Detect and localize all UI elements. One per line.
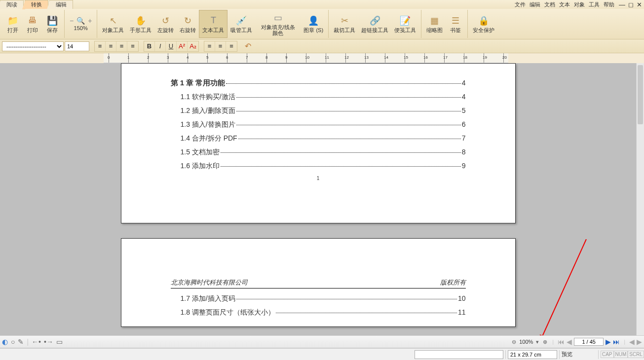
zoom-in-btn[interactable]: ⊕ bbox=[542, 339, 548, 345]
rotate-left-icon: ↺ bbox=[160, 15, 172, 27]
rotate-right-button[interactable]: ↻右旋转 bbox=[177, 10, 199, 38]
print-icon: 🖶 bbox=[27, 15, 38, 27]
document-viewport[interactable]: 第 1 章 常用功能4 1.1 软件购买/激活41.2 插入/删除页面51.3 … bbox=[0, 63, 636, 335]
align-left-button[interactable]: ≡ bbox=[95, 41, 106, 51]
note-icon: 📝 bbox=[399, 15, 411, 27]
folder-icon: 📁 bbox=[7, 15, 19, 27]
next-page-button[interactable]: ▶ bbox=[606, 338, 611, 346]
menu-edit[interactable]: 编辑 bbox=[530, 1, 540, 8]
page-input[interactable] bbox=[574, 338, 604, 346]
crop-icon: ✂ bbox=[339, 15, 350, 27]
menu-file[interactable]: 文件 bbox=[515, 1, 526, 8]
crop-button[interactable]: ✂裁切工具 bbox=[331, 10, 358, 38]
cursor-icon: ↖ bbox=[107, 15, 119, 27]
align-justify-button[interactable]: ≡ bbox=[127, 41, 138, 51]
toc-item[interactable]: 1.2 插入/删除页面5 bbox=[171, 107, 466, 115]
tab-edit[interactable]: 编辑 bbox=[49, 0, 73, 9]
bold-button[interactable]: B bbox=[144, 41, 155, 51]
zoom-control[interactable]: −🔍+ 150% bbox=[67, 10, 95, 38]
page-1[interactable]: 第 1 章 常用功能4 1.1 软件购买/激活41.2 插入/删除页面51.3 … bbox=[121, 63, 516, 223]
eyedropper-tool-icon[interactable]: ◐ bbox=[2, 338, 8, 346]
font-family-select[interactable]: ---------------------- bbox=[2, 41, 64, 51]
ruler: 01234567891011121314151617181920 bbox=[104, 53, 508, 63]
preview-label[interactable]: 预览 bbox=[562, 351, 596, 358]
thumbnail-icon: ▦ bbox=[429, 15, 441, 27]
arrow-right-icon[interactable]: •→ bbox=[44, 338, 53, 346]
footer-copyright: 版权所有 bbox=[440, 278, 466, 287]
crop-rect-icon[interactable]: ▭ bbox=[56, 338, 63, 346]
toc-item[interactable]: 1.7 添加/插入页码10 bbox=[171, 294, 466, 303]
italic-button[interactable]: I bbox=[155, 41, 166, 51]
note-button[interactable]: 📝便笺工具 bbox=[391, 10, 419, 38]
pipette-button[interactable]: 💉吸管工具 bbox=[227, 10, 255, 38]
zoom-out-icon[interactable]: − bbox=[70, 17, 74, 25]
security-button[interactable]: 🔒安全保护 bbox=[470, 10, 497, 38]
underline-button[interactable]: U bbox=[166, 41, 177, 51]
text-tool-button[interactable]: T文本工具 bbox=[199, 10, 227, 38]
menu-text[interactable]: 文本 bbox=[559, 1, 570, 8]
print-button[interactable]: 🖶打印 bbox=[23, 10, 42, 38]
toc-item[interactable]: 1.5 文档加密8 bbox=[171, 148, 466, 157]
history-back-button[interactable]: ◀ bbox=[629, 338, 635, 346]
zoom-out-btn[interactable]: ⊖ bbox=[511, 339, 517, 345]
bookmark-button[interactable]: ☰书签 bbox=[446, 10, 465, 38]
link-icon: 🔗 bbox=[369, 15, 381, 27]
arrow-left-icon[interactable]: ←• bbox=[32, 338, 41, 346]
toc-item[interactable]: 1.6 添加水印9 bbox=[171, 162, 466, 171]
ellipse-tool-icon[interactable]: ○ bbox=[11, 338, 15, 346]
zoom-dropdown-icon[interactable]: ▾ bbox=[535, 339, 540, 345]
stamp-icon: 👤 bbox=[307, 15, 319, 27]
open-button[interactable]: 📁打开 bbox=[3, 10, 23, 38]
page-2[interactable]: 北京海腾时代科技有限公司版权所有 1.7 添加/插入页码101.8 调整页面尺寸… bbox=[121, 238, 516, 327]
first-page-button[interactable]: ⏮ bbox=[558, 338, 565, 346]
save-icon: 💾 bbox=[46, 15, 58, 27]
tab-convert[interactable]: 转换 bbox=[25, 0, 48, 9]
text-icon: T bbox=[207, 15, 219, 27]
toc-title: 第 1 章 常用功能 bbox=[171, 78, 226, 88]
link-button[interactable]: 🔗超链接工具 bbox=[358, 10, 391, 38]
hand-tool-button[interactable]: ✋手形工具 bbox=[127, 10, 154, 38]
tab-read[interactable]: 阅读 bbox=[0, 0, 24, 9]
fill-color-button[interactable]: ▭对象填充/线条颜色 bbox=[255, 10, 301, 38]
magnifier-icon: 🔍 bbox=[76, 17, 85, 25]
zoom-level[interactable]: 100% bbox=[519, 339, 533, 345]
status-field-1[interactable] bbox=[415, 350, 503, 359]
thumbnail-button[interactable]: ▦缩略图 bbox=[423, 10, 446, 38]
menu-tools[interactable]: 工具 bbox=[589, 1, 600, 8]
minimize-button[interactable]: — bbox=[619, 1, 625, 8]
zoom-in-icon[interactable]: + bbox=[88, 17, 92, 25]
page-dimensions bbox=[508, 350, 557, 359]
fill-icon: ▭ bbox=[272, 12, 284, 24]
object-tool-button[interactable]: ↖对象工具 bbox=[99, 10, 127, 38]
hand-icon: ✋ bbox=[135, 15, 147, 27]
menu-help[interactable]: 帮助 bbox=[604, 1, 614, 8]
toc-item[interactable]: 1.4 合并/拆分 PDF7 bbox=[171, 134, 466, 143]
rotate-left-button[interactable]: ↺左旋转 bbox=[154, 10, 177, 38]
undo-button[interactable]: ↶ bbox=[242, 41, 253, 51]
align-center-button[interactable]: ≡ bbox=[106, 41, 116, 51]
menu-object[interactable]: 对象 bbox=[574, 1, 585, 8]
toc-item[interactable]: 1.1 软件购买/激活4 bbox=[171, 93, 466, 102]
lock-icon: 🔒 bbox=[478, 15, 490, 27]
superscript-button[interactable]: A² bbox=[177, 41, 188, 51]
last-page-button[interactable]: ⏭ bbox=[613, 338, 620, 346]
close-button[interactable]: ✕ bbox=[637, 1, 642, 8]
rotate-right-icon: ↻ bbox=[182, 15, 194, 27]
align-right-button[interactable]: ≡ bbox=[116, 41, 127, 51]
pen-tool-icon[interactable]: ✎ bbox=[18, 338, 24, 346]
stamp-button[interactable]: 👤图章 (S) bbox=[301, 10, 326, 38]
toc-item[interactable]: 1.3 插入/替换图片6 bbox=[171, 120, 466, 129]
maximize-button[interactable]: ◻ bbox=[628, 1, 634, 8]
menu-doc[interactable]: 文档 bbox=[544, 1, 555, 8]
prev-page-button[interactable]: ◀ bbox=[567, 338, 572, 346]
subscript-button[interactable]: A₂ bbox=[188, 41, 198, 51]
toc-item[interactable]: 1.8 调整页面尺寸（纸张大小）11 bbox=[171, 308, 466, 317]
list-bullet-button[interactable]: ≡ bbox=[204, 41, 215, 51]
vertical-scrollbar[interactable] bbox=[636, 63, 644, 335]
history-forward-button[interactable]: ▶ bbox=[637, 338, 642, 346]
font-size-input[interactable] bbox=[65, 41, 89, 51]
page-number: 1 bbox=[171, 176, 466, 181]
list-number-button[interactable]: ≡ bbox=[215, 41, 226, 51]
indent-button[interactable]: ≡ bbox=[226, 41, 237, 51]
save-button[interactable]: 💾保存 bbox=[42, 10, 62, 38]
